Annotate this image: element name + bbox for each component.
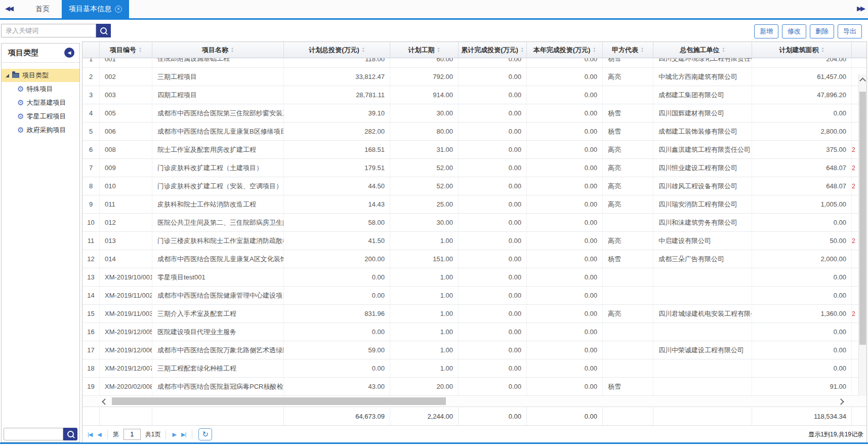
tab-close-icon[interactable]: × (115, 6, 122, 13)
vertical-scrollbar[interactable] (858, 74, 866, 396)
cell-area: 648.07 (752, 177, 852, 195)
totals-row: 64,673.092,244.000.000.00118,534.34 (82, 407, 866, 426)
table-row[interactable]: 18XM-2019/12/007三期工程配套绿化种植工程0.001.000.00… (82, 359, 866, 378)
scroll-left-icon[interactable] (102, 398, 108, 405)
scroll-right-icon[interactable] (838, 398, 844, 405)
table-row[interactable]: 4005成都市中西医结合医院第三住院部纱窗安装工程39.1030.000.000… (82, 104, 866, 123)
cell-duration: 1.00 (390, 268, 459, 286)
header-filler (852, 42, 866, 58)
tree-item-2[interactable]: ⚙零星工程项目 (2, 109, 79, 123)
column-header-name[interactable]: 项目名称▲▼ (152, 42, 284, 58)
export-button[interactable]: 导出 (838, 24, 862, 38)
table-row[interactable]: 3003四期工程项目28,781.11914.000.000.00成都建工集团有… (82, 86, 866, 104)
cell-year_inv: 0.00 (527, 214, 603, 231)
table-row[interactable]: 13XM-2019/10/001零星项目test0010.001.000.000… (82, 268, 866, 287)
table-row[interactable]: 14XM-2019/11/002成都市中西医结合医院健康管理中心建设项目0.00… (82, 287, 866, 305)
cell-year_inv: 0.00 (527, 378, 603, 395)
tree-root-item[interactable]: 项目类型 (2, 69, 79, 82)
cell-year_inv: 0.00 (527, 250, 603, 268)
cell-num: 11 (82, 232, 100, 250)
cell-cum_inv: 0.00 (459, 268, 527, 286)
cell-year_inv: 0.00 (527, 58, 603, 68)
cell-num: 15 (82, 305, 100, 322)
column-header-cum_inv[interactable]: 累计完成投资(万元)▲▼ (459, 42, 527, 58)
pagination-prev-button[interactable]: ◀ (96, 431, 102, 438)
column-header-label: 本年完成投资(万元) (533, 46, 591, 55)
column-header-contractor[interactable]: 总包施工单位▲▼ (653, 42, 752, 58)
cell-num: 9 (82, 195, 100, 213)
column-header-code[interactable]: 项目编号▲▼ (100, 42, 152, 58)
collapse-sidebar-button[interactable]: ◀ (64, 48, 74, 58)
cell-name: 三期介入手术室及配套工程 (152, 305, 284, 322)
sidebar-search-input[interactable] (4, 428, 63, 440)
refresh-button[interactable]: ↻ (198, 428, 212, 440)
column-header-duration[interactable]: 计划工期▲▼ (390, 42, 459, 58)
tree-item-0[interactable]: ⚙特殊项目 (2, 82, 79, 96)
cell-name: 成都市中西医结合医院第三住院部纱窗安装工程 (152, 104, 284, 122)
table-row[interactable]: 8010门诊皮肤科改扩建工程（安装、空调项目）44.5052.000.000.0… (82, 177, 866, 195)
table-row[interactable]: 19XM-2020/02/008成都市中西医结合医院新冠病毒PCR核酸检测改造项… (82, 378, 866, 396)
sidebar-search (4, 428, 77, 440)
sidebar-header: 项目类型 ◀ (2, 44, 79, 63)
table-row[interactable]: 7009门诊皮肤科改扩建工程（土建项目）179.5152.000.000.00高… (82, 159, 866, 177)
column-header-label: 总包施工单位 (680, 46, 720, 55)
cell-rep: 高亮 (603, 305, 653, 322)
cell-num: 10 (82, 214, 100, 231)
cell-edge: 2 (852, 305, 859, 322)
cell-total_inv: 200.00 (284, 250, 390, 268)
sort-desc-icon: ▼ (362, 50, 365, 53)
scroll-tabs-left-icon[interactable]: ◀◀ (5, 5, 12, 12)
cell-contractor (653, 287, 752, 304)
cell-duration: 80.00 (390, 123, 459, 140)
horizontal-scrollbar-thumb[interactable] (112, 397, 446, 405)
horizontal-scrollbar[interactable] (82, 396, 866, 407)
vertical-scrollbar-thumb[interactable] (859, 92, 866, 345)
cell-area: 0.00 (752, 359, 852, 377)
expanded-triangle-icon[interactable] (6, 74, 9, 77)
column-header-year_inv[interactable]: 本年完成投资(万元)▲▼ (527, 42, 603, 58)
tab-project-info[interactable]: 项目基本信息× (62, 0, 129, 18)
cell-num: 1 (82, 58, 100, 68)
table-row[interactable]: 11013门诊三楼皮肤科和院士工作室新建消防疏散楼梯工程41.501.000.0… (82, 232, 866, 250)
cell-num: 5 (82, 123, 100, 140)
cell-duration: 52.00 (390, 177, 459, 195)
delete-button[interactable]: 删除 (810, 24, 834, 38)
tree-item-1[interactable]: ⚙大型基建项目 (2, 96, 79, 109)
sort-desc-icon: ▼ (521, 50, 524, 53)
table-row[interactable]: 12014成都市中西医结合医院儿童康复A区文化装饰200.00151.000.0… (82, 250, 866, 268)
pagination-next-button[interactable]: ▶ (171, 431, 177, 438)
cell-year_inv: 0.00 (527, 68, 603, 86)
tab-home[interactable]: 首页 (23, 0, 62, 18)
tree-root-label: 项目类型 (22, 71, 49, 80)
table-row[interactable]: 17XM-2019/12/006成都市中西医结合医院万象北路侧艺术透绿围墙建设项… (82, 341, 866, 359)
table-row[interactable]: 15XM-2019/11/003三期介入手术室及配套工程831.961.000.… (82, 305, 866, 323)
column-header-area[interactable]: 计划建筑面积▲▼ (752, 42, 852, 58)
cell-name: 医院公共卫生间及第二、三住院部病房卫生间增设病人辅 (152, 214, 284, 231)
modify-button[interactable]: 修改 (782, 24, 806, 38)
tree-item-3[interactable]: ⚙政府采购项目 (2, 123, 79, 137)
table-row[interactable]: 9011皮肤科和院士工作站消防改造工程14.4325.000.000.00高亮四… (82, 195, 866, 214)
page-number-input[interactable] (123, 429, 141, 440)
pagination-last-button[interactable]: ▶| (180, 431, 187, 438)
add-button[interactable]: 新增 (754, 24, 778, 38)
cell-year_inv: 0.00 (527, 323, 603, 341)
search-button[interactable] (96, 24, 111, 37)
column-header-rep[interactable]: 甲方代表▲▼ (603, 42, 653, 58)
cell-total_inv: 118.00 (284, 58, 390, 68)
table-row[interactable]: 6008院士工作室及配套用房改扩建工程168.5131.000.000.00高亮… (82, 141, 866, 159)
table-row[interactable]: 2002三期工程项目33,812.47792.000.000.00高亮中城北方西… (82, 68, 866, 86)
pagination-first-button[interactable]: |◀ (87, 431, 93, 438)
cell-contractor (653, 268, 752, 286)
table-row[interactable]: 16XM-2019/12/005医院建设项目代理业主服务0.001.000.00… (82, 323, 866, 341)
scroll-up-icon[interactable] (859, 77, 866, 84)
column-header-total_inv[interactable]: 计划总投资(万元)▲▼ (284, 42, 390, 58)
cell-name: 住院部附属设施基础工程 (152, 58, 284, 68)
table-row[interactable]: 1001住院部附属设施基础工程118.0060.000.000.00杨雪四川交建… (82, 58, 866, 68)
cell-total_inv: 41.50 (284, 232, 390, 250)
keyword-search-input[interactable] (1, 24, 96, 37)
sidebar-search-button[interactable] (63, 428, 77, 440)
scroll-tabs-right-icon[interactable]: ▶▶ (857, 5, 864, 12)
table-row[interactable]: 10012医院公共卫生间及第二、三住院部病房卫生间增设病人辅58.0030.00… (82, 214, 866, 232)
sort-icon: ▲▼ (593, 47, 596, 53)
table-row[interactable]: 5006成都市中西医结合医院儿童康复B区修缮项目282.0080.000.000… (82, 123, 866, 141)
